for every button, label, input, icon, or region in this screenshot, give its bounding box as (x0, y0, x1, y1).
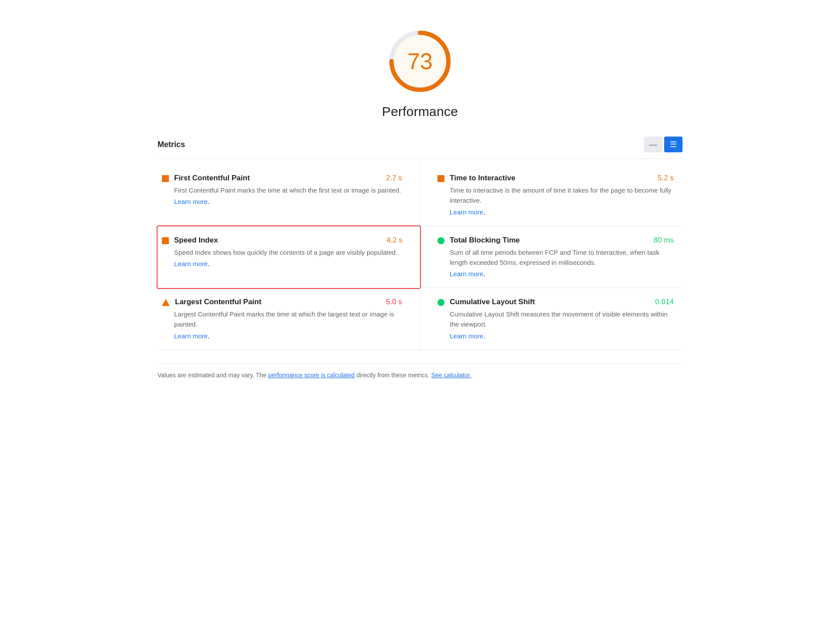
metric-header: Total Blocking Time 80 ms (438, 236, 674, 245)
metric-name-tti: Time to Interactive (450, 174, 515, 183)
metric-name-row: Total Blocking Time (438, 236, 520, 245)
metric-name-tbt: Total Blocking Time (450, 236, 520, 245)
detail-icon: ☰ (670, 140, 677, 149)
metric-name-row: Largest Contentful Paint (162, 298, 261, 306)
score-title: Performance (382, 104, 458, 119)
metric-name-row: Time to Interactive (438, 174, 515, 183)
metric-header: First Contentful Paint 2.7 s (162, 174, 402, 183)
metric-name-row: Speed Index (162, 236, 218, 245)
green-circle-icon (438, 299, 444, 306)
metrics-section: Metrics — ☰ First Contentful Paint 2.7 s… (158, 137, 682, 350)
metric-desc-fcp: First Contentful Paint marks the time at… (174, 185, 402, 195)
score-number: 73 (407, 48, 433, 74)
learn-more-fcp[interactable]: Learn more (174, 198, 208, 205)
metric-desc-lcp: Largest Contentful Paint marks the time … (174, 309, 402, 330)
metric-item-cls: Cumulative Layout Shift 0.014 Cumulative… (420, 288, 682, 350)
metric-name-row: Cumulative Layout Shift (438, 298, 535, 306)
metric-value-cls: 0.014 (655, 298, 674, 306)
toggle-detail-btn[interactable]: ☰ (664, 137, 682, 152)
metric-header: Cumulative Layout Shift 0.014 (438, 298, 674, 306)
metric-value-tbt: 80 ms (654, 236, 674, 245)
learn-more-tti[interactable]: Learn more (450, 208, 483, 216)
orange-square-icon (438, 175, 444, 182)
metric-item-lcp: Largest Contentful Paint 5.0 s Largest C… (158, 288, 420, 350)
metric-value-fcp: 2.7 s (386, 174, 402, 183)
orange-square-icon (162, 175, 169, 182)
metric-name-si: Speed Index (174, 236, 218, 245)
score-section: 73 Performance (158, 18, 682, 119)
footer-text-middle: directly from these metrics. (355, 372, 431, 379)
metric-desc-tti: Time to interactive is the amount of tim… (450, 185, 674, 206)
toggle-list-btn[interactable]: — (644, 137, 662, 152)
metric-name-fcp: First Contentful Paint (174, 174, 250, 183)
metric-item-tbt: Total Blocking Time 80 ms Sum of all tim… (420, 226, 682, 288)
learn-more-si[interactable]: Learn more (174, 260, 208, 267)
metrics-grid: First Contentful Paint 2.7 s First Conte… (158, 164, 682, 350)
metric-desc-tbt: Sum of all time periods between FCP and … (450, 247, 674, 268)
learn-more-lcp[interactable]: Learn more (174, 332, 208, 340)
orange-square-icon (162, 237, 169, 244)
metric-header: Speed Index 4.2 s (162, 236, 402, 245)
metric-name-lcp: Largest Contentful Paint (175, 298, 261, 306)
learn-more-tbt[interactable]: Learn more (450, 270, 483, 278)
metric-header: Largest Contentful Paint 5.0 s (162, 298, 402, 306)
score-circle: 73 (385, 26, 455, 96)
metric-value-tti: 5.2 s (658, 174, 674, 183)
metric-name-cls: Cumulative Layout Shift (450, 298, 535, 306)
metric-value-si: 4.2 s (386, 236, 402, 245)
metric-desc-si: Speed Index shows how quickly the conten… (174, 247, 402, 257)
metric-header: Time to Interactive 5.2 s (438, 174, 674, 183)
list-icon: — (649, 140, 657, 149)
metric-item-tti: Time to Interactive 5.2 s Time to intera… (420, 164, 682, 226)
footer-link-see-calculator[interactable]: See calculator. (431, 372, 472, 379)
metric-name-row: First Contentful Paint (162, 174, 250, 183)
metric-item-fcp: First Contentful Paint 2.7 s First Conte… (158, 164, 420, 226)
metric-value-lcp: 5.0 s (386, 298, 402, 306)
green-circle-icon (438, 237, 444, 244)
orange-triangle-icon (162, 299, 170, 306)
footer-text-before: Values are estimated and may vary. The (158, 372, 268, 379)
view-toggle: — ☰ (644, 137, 682, 152)
learn-more-cls[interactable]: Learn more (450, 332, 483, 340)
metrics-header: Metrics — ☰ (158, 137, 682, 159)
metric-item-si: Speed Index 4.2 s Speed Index shows how … (157, 225, 421, 289)
metric-desc-cls: Cumulative Layout Shift measures the mov… (450, 309, 674, 330)
metrics-title: Metrics (158, 140, 185, 149)
footer: Values are estimated and may vary. The p… (158, 363, 682, 379)
footer-link-calculator[interactable]: performance score is calculated (268, 372, 355, 379)
